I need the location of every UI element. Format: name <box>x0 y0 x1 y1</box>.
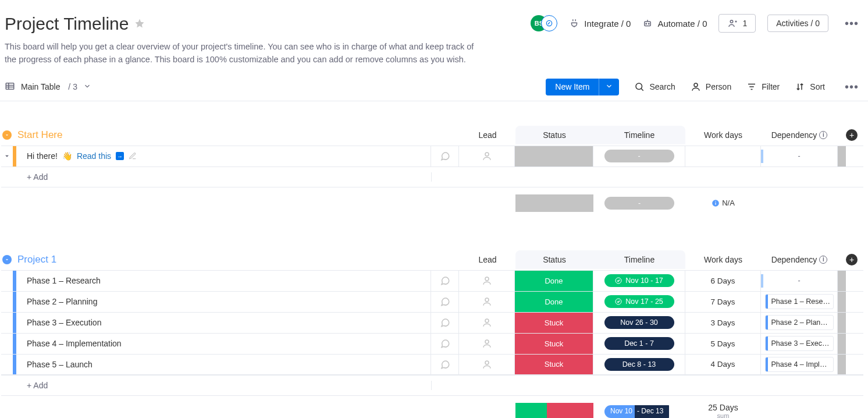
view-switcher[interactable]: Main Table / 3 <box>5 81 91 93</box>
table-row[interactable]: Hi there! 👋 Read this → - - <box>1 146 863 167</box>
status-cell[interactable] <box>515 146 593 167</box>
view-count: 3 <box>73 82 77 91</box>
info-icon <box>712 199 720 207</box>
workdays-cell[interactable]: 3 Days <box>685 313 761 333</box>
status-cell[interactable]: Done <box>515 292 593 312</box>
table-row[interactable]: Phase 1 – Research Done Nov 10 - 17 6 Da… <box>1 270 863 291</box>
chevron-down-icon <box>605 82 613 90</box>
status-cell[interactable]: Stuck <box>515 313 593 333</box>
dependency-cell[interactable]: Phase 4 – Impl… <box>761 355 838 374</box>
column-header-status[interactable]: Status <box>515 130 593 144</box>
lead-cell[interactable] <box>459 292 515 312</box>
activities-button[interactable]: Activities / 0 <box>767 15 828 32</box>
toolbar-menu-button[interactable]: ••• <box>840 78 863 96</box>
table-row[interactable]: Phase 5 – Launch Stuck Dec 8 - 13 4 Days… <box>1 354 863 375</box>
add-column-button[interactable]: + <box>846 254 858 265</box>
column-header-dependency[interactable]: Dependency i <box>761 130 838 140</box>
svg-point-2 <box>649 23 650 24</box>
status-cell[interactable]: Stuck <box>515 355 593 374</box>
integrate-button[interactable]: Integrate / 0 <box>569 18 631 29</box>
workdays-cell[interactable]: 6 Days <box>685 271 761 291</box>
workdays-cell[interactable]: 5 Days <box>685 334 761 354</box>
item-name[interactable]: Phase 4 – Implementation <box>16 334 431 354</box>
sort-icon <box>795 82 805 92</box>
lead-cell[interactable] <box>459 271 515 291</box>
integrate-label: Integrate / 0 <box>584 19 631 29</box>
column-header-status[interactable]: Status <box>515 255 593 269</box>
table-row[interactable]: Phase 2 – Planning Done Nov 17 - 25 7 Da… <box>1 291 863 312</box>
column-header-lead[interactable]: Lead <box>460 130 515 140</box>
filter-button[interactable]: Filter <box>746 82 780 92</box>
star-icon[interactable] <box>134 18 145 30</box>
column-header-timeline[interactable]: Timeline <box>593 130 685 144</box>
timeline-cell[interactable]: - <box>593 146 685 167</box>
conversation-button[interactable] <box>431 292 459 312</box>
person-icon <box>691 82 701 92</box>
conversation-button[interactable] <box>431 146 459 167</box>
svg-point-1 <box>646 23 647 24</box>
dependency-cell[interactable]: Phase 3 – Exec… <box>761 334 838 354</box>
invite-button[interactable]: 1 <box>718 14 756 33</box>
search-icon <box>634 82 645 92</box>
workdays-cell[interactable]: 4 Days <box>685 355 761 374</box>
page-title: Project Timeline <box>5 14 129 34</box>
arrow-badge-icon: → <box>116 152 124 160</box>
group-title[interactable]: Start Here <box>17 129 62 141</box>
group-start-here: Start Here Lead Status Timeline Work day… <box>1 125 863 212</box>
item-name[interactable]: Phase 5 – Launch <box>16 355 431 374</box>
info-icon[interactable]: i <box>819 131 827 139</box>
conversation-button[interactable] <box>431 334 459 354</box>
dependency-cell[interactable]: Phase 1 – Rese… <box>761 292 838 312</box>
conversation-button[interactable] <box>431 355 459 374</box>
board-menu-button[interactable]: ••• <box>840 15 863 33</box>
group-title[interactable]: Project 1 <box>17 254 56 265</box>
person-filter-button[interactable]: Person <box>691 82 731 92</box>
dependency-cell[interactable]: - <box>761 146 838 167</box>
search-button[interactable]: Search <box>634 82 675 92</box>
caret-down-icon[interactable] <box>3 152 11 160</box>
lead-cell[interactable] <box>459 355 515 374</box>
add-item-row[interactable]: + Add <box>1 375 863 396</box>
status-cell[interactable]: Done <box>515 271 593 291</box>
collapse-toggle[interactable] <box>2 255 12 264</box>
collapse-toggle[interactable] <box>2 130 12 140</box>
status-cell[interactable]: Stuck <box>515 334 593 354</box>
edit-icon[interactable] <box>129 152 137 160</box>
info-icon[interactable]: i <box>819 256 827 264</box>
lead-cell[interactable] <box>459 313 515 333</box>
invite-count: 1 <box>742 19 747 28</box>
add-item-row[interactable]: + Add <box>1 167 863 187</box>
column-header-workdays[interactable]: Work days <box>685 255 761 264</box>
workdays-cell[interactable] <box>685 146 761 167</box>
lead-cell[interactable] <box>459 334 515 354</box>
workdays-cell[interactable]: 7 Days <box>685 292 761 312</box>
board-members[interactable]: BS <box>531 15 557 32</box>
column-header-dependency[interactable]: Dependency i <box>761 255 838 264</box>
column-header-lead[interactable]: Lead <box>460 255 515 264</box>
dependency-cell[interactable]: - <box>761 271 838 291</box>
chat-icon <box>440 296 450 307</box>
conversation-button[interactable] <box>431 271 459 291</box>
add-column-button[interactable]: + <box>846 129 858 141</box>
automate-button[interactable]: Automate / 0 <box>642 18 707 29</box>
item-name[interactable]: Phase 3 – Execution <box>16 313 431 333</box>
status-summary <box>515 403 593 419</box>
timeline-cell[interactable]: Nov 10 - 17 <box>593 271 685 291</box>
table-row[interactable]: Phase 4 – Implementation Stuck Dec 1 - 7… <box>1 333 863 354</box>
new-item-dropdown[interactable] <box>599 79 619 95</box>
timeline-cell[interactable]: Nov 26 - 30 <box>593 313 685 333</box>
item-name[interactable]: Hi there! 👋 Read this → <box>16 146 431 167</box>
conversation-button[interactable] <box>431 313 459 333</box>
timeline-cell[interactable]: Dec 1 - 7 <box>593 334 685 354</box>
lead-cell[interactable] <box>459 146 515 167</box>
item-name[interactable]: Phase 2 – Planning <box>16 292 431 312</box>
column-header-timeline[interactable]: Timeline <box>593 255 685 269</box>
timeline-cell[interactable]: Dec 8 - 13 <box>593 355 685 374</box>
column-header-workdays[interactable]: Work days <box>685 130 761 140</box>
item-name[interactable]: Phase 1 – Research <box>16 271 431 291</box>
table-row[interactable]: Phase 3 – Execution Stuck Nov 26 - 30 3 … <box>1 312 863 333</box>
sort-button[interactable]: Sort <box>795 82 825 92</box>
timeline-cell[interactable]: Nov 17 - 25 <box>593 292 685 312</box>
new-item-button[interactable]: New Item <box>546 79 619 95</box>
dependency-cell[interactable]: Phase 2 – Plan… <box>761 313 838 333</box>
